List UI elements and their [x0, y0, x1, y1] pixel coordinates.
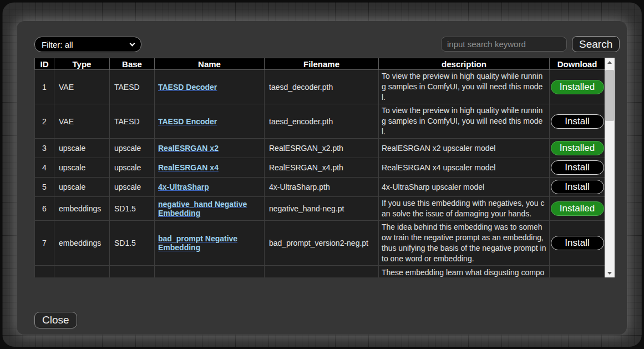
- header-type: Type: [54, 58, 110, 70]
- header-name: Name: [155, 58, 265, 70]
- scroll-up-button[interactable]: [605, 58, 615, 67]
- model-name-link[interactable]: bad_prompt Negative Embedding: [158, 234, 237, 252]
- header-id: ID: [35, 58, 54, 70]
- table-row: 2 VAE TAESD TAESD Encoder taesd_encoder.…: [35, 104, 605, 139]
- model-table-wrap: ID Type Base Name Filename description D…: [34, 58, 605, 277]
- cell-id: 6: [35, 197, 54, 221]
- table-row: 1 VAE TAESD TAESD Decoder taesd_decoder.…: [35, 70, 605, 104]
- cell-description: The idea behind this embedding was to so…: [379, 221, 550, 266]
- cell-id: 2: [35, 104, 54, 139]
- model-name-link[interactable]: negative_hand Negative Embedding: [158, 200, 247, 218]
- search-input[interactable]: [441, 37, 567, 52]
- table-row: 4 upscale upscale RealESRGAN x4 RealESRG…: [35, 158, 605, 178]
- scroll-down-icon: [607, 272, 612, 275]
- cell-description: To view the preview in high quality whil…: [379, 70, 550, 104]
- cell-id: 5: [35, 178, 54, 197]
- cell-description: These embedding learn what disgusting co…: [379, 266, 550, 278]
- search-button[interactable]: Search: [572, 36, 620, 52]
- cell-download: Install: [550, 104, 605, 139]
- header-description: description: [379, 58, 550, 70]
- model-name-link[interactable]: TAESD Decoder: [158, 83, 217, 92]
- header-filename: Filename: [265, 58, 379, 70]
- install-button[interactable]: Install: [551, 180, 604, 194]
- install-button[interactable]: Installed: [551, 80, 604, 94]
- cell-description: To view the preview in high quality whil…: [379, 104, 550, 139]
- close-button[interactable]: Close: [34, 312, 77, 328]
- cell-type: upscale: [54, 139, 110, 158]
- cell-name: RealESRGAN x4: [155, 158, 265, 178]
- cell-filename: bad_prompt_version2-neg.pt: [265, 221, 379, 266]
- cell-base: [110, 266, 155, 278]
- cell-base: upscale: [110, 178, 155, 197]
- cell-base: SD1.5: [110, 197, 155, 221]
- cell-base: TAESD: [110, 70, 155, 104]
- filter-select[interactable]: Filter: all: [34, 37, 141, 52]
- scroll-up-icon: [607, 61, 612, 64]
- cell-id: 7: [35, 221, 54, 266]
- install-button[interactable]: Install: [551, 236, 604, 250]
- header-base: Base: [110, 58, 155, 70]
- cell-base: upscale: [110, 158, 155, 178]
- cell-download: Install: [550, 221, 605, 266]
- install-button[interactable]: Installed: [551, 201, 604, 216]
- filter-select-wrap: Filter: all: [34, 37, 141, 52]
- cell-id: 4: [35, 158, 54, 178]
- cell-type: upscale: [54, 178, 110, 197]
- model-name-link[interactable]: TAESD Encoder: [158, 117, 217, 126]
- cell-filename: taesd_encoder.pth: [265, 104, 379, 139]
- cell-name: bad_prompt Negative Embedding: [155, 221, 265, 266]
- cell-download: Install: [550, 158, 605, 178]
- cell-filename: RealESRGAN_x4.pth: [265, 158, 379, 178]
- cell-type: VAE: [54, 104, 110, 139]
- cell-id: [35, 266, 54, 278]
- install-button[interactable]: Install: [551, 114, 604, 129]
- table-header-row: ID Type Base Name Filename description D…: [35, 58, 605, 70]
- cell-filename: RealESRGAN_x2.pth: [265, 139, 379, 158]
- model-name-link[interactable]: 4x-UltraSharp: [158, 183, 209, 191]
- cell-download: Installed: [550, 70, 605, 104]
- install-button[interactable]: Install: [551, 160, 604, 175]
- cell-description: RealESRGAN x4 upscaler model: [379, 158, 550, 178]
- cell-base: SD1.5: [110, 221, 155, 266]
- cell-name: RealESRGAN x2: [155, 139, 265, 158]
- cell-base: TAESD: [110, 104, 155, 139]
- cell-filename: [265, 266, 379, 278]
- table-body: 1 VAE TAESD TAESD Decoder taesd_decoder.…: [35, 70, 605, 278]
- cell-filename: negative_hand-neg.pt: [265, 197, 379, 221]
- scroll-down-button[interactable]: [605, 269, 615, 277]
- scrollbar-thumb[interactable]: [605, 70, 614, 121]
- cell-type: upscale: [54, 158, 110, 178]
- cell-type: embeddings: [54, 221, 110, 266]
- model-name-link[interactable]: RealESRGAN x4: [158, 163, 219, 172]
- header-download: Download: [550, 58, 605, 70]
- install-button[interactable]: Installed: [551, 141, 604, 155]
- cell-base: upscale: [110, 139, 155, 158]
- cell-download: [550, 266, 605, 278]
- table-row: 5 upscale upscale 4x-UltraSharp 4x-Ultra…: [35, 178, 605, 197]
- cell-download: Install: [550, 178, 605, 197]
- cell-id: 3: [35, 139, 54, 158]
- cell-name: [155, 266, 265, 278]
- cell-download: Installed: [550, 197, 605, 221]
- cell-name: 4x-UltraSharp: [155, 178, 265, 197]
- cell-description: 4x-UltraSharp upscaler model: [379, 178, 550, 197]
- cell-filename: taesd_decoder.pth: [265, 70, 379, 104]
- cell-type: VAE: [54, 70, 110, 104]
- cell-name: TAESD Encoder: [155, 104, 265, 139]
- cell-download: Installed: [550, 139, 605, 158]
- model-table: ID Type Base Name Filename description D…: [34, 58, 605, 277]
- table-row: 6 embeddings SD1.5 negative_hand Negativ…: [35, 197, 605, 221]
- cell-type: [54, 266, 110, 278]
- cell-name: negative_hand Negative Embedding: [155, 197, 265, 221]
- model-manager-dialog: Filter: all Search ID Type Base Name F: [17, 21, 627, 335]
- cell-id: 1: [35, 70, 54, 104]
- cell-filename: 4x-UltraSharp.pth: [265, 178, 379, 197]
- node-graph-canvas: Filter: all Search ID Type Base Name F: [2, 2, 642, 347]
- model-name-link[interactable]: RealESRGAN x2: [158, 144, 219, 153]
- cell-description: If you use this embedding with negatives…: [379, 197, 550, 221]
- cell-description: RealESRGAN x2 upscaler model: [379, 139, 550, 158]
- cell-type: embeddings: [54, 197, 110, 221]
- table-row: 7 embeddings SD1.5 bad_prompt Negative E…: [35, 221, 605, 266]
- cell-name: TAESD Decoder: [155, 70, 265, 104]
- table-scrollbar[interactable]: [605, 58, 615, 277]
